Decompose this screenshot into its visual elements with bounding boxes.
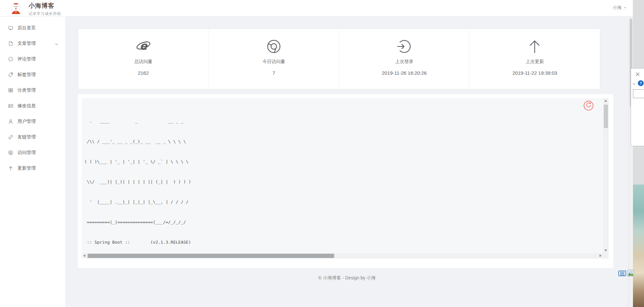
server-log-console: . ____ _ __ _ _ /\\ / ___'_ __ _ _(_)_ _… [82, 98, 609, 259]
comment-icon [8, 57, 13, 62]
sidebar-item-label: 访问管理 [18, 150, 36, 156]
spring-boot-log: . ____ _ __ _ _ /\\ / ___'_ __ _ _(_)_ _… [84, 105, 603, 253]
sidebar-item-label: 后台首页 [18, 25, 36, 31]
list-tool-icon[interactable] [618, 271, 626, 276]
login-icon [339, 39, 469, 54]
ascii-banner-line: \\/ ___)| |_)| | | | | || (_| | ) ) ) ) [84, 179, 603, 185]
scroll-left-arrow[interactable] [83, 254, 85, 257]
sidebar-item-label: 评论管理 [18, 56, 36, 62]
ascii-banner-line: =========|_|==============|___/=/_/_/_/ [84, 219, 603, 226]
close-icon[interactable] [635, 72, 640, 77]
photo-tool-icon[interactable] [627, 270, 634, 276]
category-grid-icon [8, 88, 13, 93]
sidebar-item-label: 修改信息 [18, 103, 36, 109]
chevron-down-icon[interactable] [632, 82, 636, 86]
brand-block: 小海博客 记录学习成长历程 [29, 2, 61, 16]
stat-label: 今日访问量 [209, 59, 339, 65]
svg-text:e: e [140, 39, 148, 52]
refresh-log-button[interactable] [584, 101, 593, 110]
id-card-icon [8, 103, 13, 109]
arrow-up-icon [8, 166, 13, 171]
scroll-down-arrow[interactable] [604, 249, 607, 251]
vertical-scroll-thumb[interactable] [604, 105, 608, 128]
horizontal-scroll-thumb[interactable] [88, 254, 334, 258]
link-icon [8, 134, 13, 140]
sidebar-item-label: 文章管理 [18, 41, 36, 46]
sidebar-item-label: 用户管理 [18, 119, 36, 124]
sidebar-menu: 后台首页 文章管理 评论管理 [0, 16, 65, 176]
site-title: 小海博客 [29, 2, 61, 10]
app-header: 小海博客 记录学习成长历程 小海 [0, 0, 633, 17]
admin-dashboard-screen: 小海博客 记录学习成长历程 小海 后台首页 文章管理 [0, 0, 644, 307]
site-subtitle: 记录学习成长历程 [29, 11, 61, 16]
console-horizontal-scrollbar[interactable] [82, 253, 603, 259]
sidebar-item-label: 友链管理 [18, 134, 36, 140]
chevron-down-icon [623, 5, 627, 10]
sidebar-item-visits[interactable]: 访问管理 [0, 145, 65, 160]
user-dropdown[interactable]: 小海 [613, 5, 627, 11]
help-badge[interactable]: ? [638, 80, 644, 86]
ascii-banner-line: :: Spring Boot :: (v2.1.3.RELEASE) [84, 239, 603, 246]
stat-value: 2019-11-26 16:20:26 [339, 70, 469, 76]
ascii-banner-line: ' |____| .__|_| |_|_| |_\__, | / / / / [84, 199, 603, 206]
stat-total-visits: e 总访问量 2162 [78, 29, 209, 89]
stat-label: 上次更新 [470, 59, 600, 65]
scroll-right-arrow[interactable] [600, 254, 601, 257]
stat-value: 2019-11-22 19:39:03 [470, 70, 600, 76]
browser-globe-icon [8, 150, 13, 155]
sidebar-item-users[interactable]: 用户管理 [0, 114, 65, 129]
stat-label: 总访问量 [78, 59, 208, 65]
sidebar-item-label: 标签管理 [18, 72, 36, 78]
sidebar-item-tags[interactable]: 标签管理 [0, 67, 65, 83]
mascot-logo [10, 2, 22, 15]
sidebar-nav: 后台首页 文章管理 评论管理 [0, 16, 66, 307]
chrome-browser-icon [209, 39, 339, 54]
find-input[interactable] [633, 89, 644, 98]
page-scrollbar[interactable] [629, 16, 633, 307]
stat-last-update: 上次更新 2019-11-22 19:39:03 [470, 29, 600, 89]
scrollbar-corner [603, 253, 609, 259]
ascii-banner-line: . ____ _ __ _ _ [84, 118, 603, 125]
server-log-card: . ____ _ __ _ _ /\\ / ___'_ __ _ _(_)_ _… [78, 94, 613, 268]
chevron-down-icon [55, 42, 58, 46]
stat-label: 上次登录 [339, 59, 469, 65]
scroll-up-arrow[interactable] [604, 100, 607, 102]
sidebar-item-updates[interactable]: 更新管理 [0, 160, 65, 176]
sidebar-item-links[interactable]: 友链管理 [0, 129, 65, 145]
console-vertical-scrollbar[interactable] [603, 98, 609, 253]
stat-value: 2162 [78, 70, 208, 76]
sidebar-item-label: 分类管理 [18, 87, 36, 93]
ascii-banner-line: /\\ / ___'_ __ _ _(_)_ __ __ _ \ \ \ \ [84, 138, 603, 145]
browser-find-overlay: ? [631, 68, 644, 146]
sidebar-item-articles[interactable]: 文章管理 [0, 36, 65, 51]
sidebar-item-comments[interactable]: 评论管理 [0, 51, 65, 67]
tag-icon [8, 72, 13, 77]
sidebar-item-label: 更新管理 [18, 165, 36, 171]
document-icon [8, 41, 13, 46]
stats-summary-card: e 总访问量 2162 今日访问量 7 [78, 29, 600, 89]
stat-today-visits: 今日访问量 7 [209, 29, 339, 89]
user-icon [8, 119, 13, 124]
ascii-banner-line: ( ( )\___ | '_ | '_| | '_ \/ _` | \ \ \ … [84, 159, 603, 165]
ie-browser-icon: e [78, 39, 208, 54]
sidebar-item-profile[interactable]: 修改信息 [0, 98, 65, 114]
desktop-wallpaper-strip [633, 185, 644, 307]
upload-arrow-icon [470, 39, 600, 54]
stat-value: 7 [209, 70, 339, 76]
refresh-icon [586, 102, 591, 109]
username-label: 小海 [613, 5, 622, 11]
page-footer: © 小海博客 - Design by 小海 [65, 275, 629, 281]
sidebar-item-categories[interactable]: 分类管理 [0, 83, 65, 98]
sidebar-item-dashboard[interactable]: 后台首页 [0, 20, 65, 36]
monitor-icon [8, 25, 13, 31]
stat-last-login: 上次登录 2019-11-26 16:20:26 [339, 29, 470, 89]
